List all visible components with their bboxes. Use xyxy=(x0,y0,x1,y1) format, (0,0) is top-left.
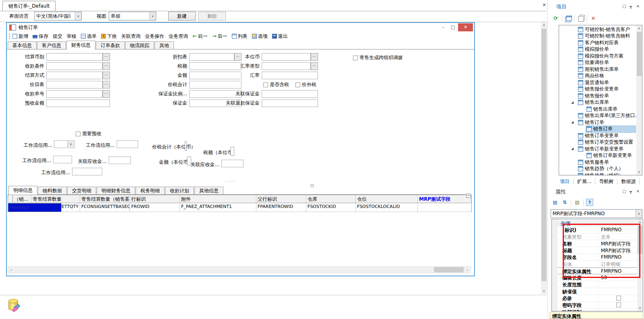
tree-item[interactable]: 销售服务单 xyxy=(578,159,610,165)
tree-item[interactable]: 批量调价单 xyxy=(578,60,610,66)
tree-item[interactable]: 销售趋势（组织） xyxy=(578,172,625,175)
tree-item[interactable]: 商品价格 xyxy=(578,73,605,79)
property-row[interactable]: 字段名FMRPNO xyxy=(557,254,638,261)
grid-cell[interactable]: FMRPNO xyxy=(8,203,62,212)
toolbar-item[interactable]: 退出 xyxy=(272,33,288,40)
grid-cell[interactable]: FSOSTOCKID xyxy=(306,203,356,212)
help-icon[interactable]: ? xyxy=(586,199,593,206)
toolbar-item[interactable]: 下推 xyxy=(101,33,117,40)
tree-item[interactable]: 销售报价变更单 xyxy=(578,86,620,93)
database-edit-icon[interactable] xyxy=(8,298,22,312)
ellipsis-button[interactable]: ⋯ xyxy=(103,53,110,61)
form-tab[interactable]: 订单条款 xyxy=(96,41,125,49)
pin-icon[interactable]: ┳ xyxy=(628,189,634,193)
toolbar-item[interactable]: →后一 xyxy=(212,33,227,40)
property-row[interactable]: 必录 xyxy=(557,295,638,302)
checkbox-icon[interactable] xyxy=(616,296,621,300)
property-value[interactable] xyxy=(599,309,638,311)
property-category[interactable]: 杂项 xyxy=(552,220,638,226)
grid-cell[interactable]: FSOSTOCKLOCALID xyxy=(356,203,418,212)
scroll-up-icon[interactable]: ∧ xyxy=(541,22,547,28)
field-input[interactable] xyxy=(46,53,103,61)
need-prepay-checkbox-row[interactable]: 需要预收 xyxy=(76,130,101,137)
object-selector[interactable]: MRP测试字段-FMRPNO ∨ xyxy=(551,209,642,218)
column-header[interactable]: 父行标识 xyxy=(256,195,306,203)
column-header[interactable]: MRP测试字段 xyxy=(418,195,471,203)
toolbar-item[interactable]: 业务查询 xyxy=(169,33,188,40)
copy-icon[interactable] xyxy=(577,14,584,22)
tree-scrollbar[interactable]: ∧ ∨ xyxy=(636,25,642,175)
scroll-up-icon[interactable]: ∧ xyxy=(637,219,643,225)
workflow-credit-input[interactable] xyxy=(72,168,102,175)
tax-base-input[interactable] xyxy=(230,147,234,156)
document-tab[interactable]: 销售订单-_Default xyxy=(2,1,56,11)
form-tab[interactable]: 基本信息 xyxy=(8,41,37,49)
consign-checkbox-row[interactable]: 寄售生成跨组织调拨 xyxy=(353,54,403,61)
ellipsis-button[interactable]: ⋯ xyxy=(103,72,110,79)
property-value[interactable] xyxy=(599,288,638,294)
form-tab[interactable]: 物流跟踪 xyxy=(125,41,154,49)
properties-scrollbar[interactable]: ∧ ∨ xyxy=(637,219,643,311)
scroll-right-icon[interactable]: › xyxy=(464,267,471,273)
float-icon[interactable]: □ xyxy=(621,189,627,193)
related-receivable-input[interactable] xyxy=(221,160,244,167)
column-header[interactable]: 仓库 xyxy=(306,195,356,203)
tree-item[interactable]: 销售出库单 xyxy=(586,106,619,112)
grid-corner-icon[interactable]: ✕ xyxy=(466,193,471,198)
checkbox-row[interactable]: 是否含税 xyxy=(263,81,289,88)
tree-item[interactable]: 销售出库单(第三方接口... xyxy=(578,113,641,119)
scroll-down-icon[interactable]: ∨ xyxy=(636,169,642,175)
property-row[interactable]: 长度范围 xyxy=(557,281,638,288)
toolbar-item[interactable]: 审核 xyxy=(67,33,76,40)
tree-item[interactable]: 退货通知单 xyxy=(578,79,610,86)
tree-item[interactable]: 销售订单交货预警设置 xyxy=(578,139,634,146)
chevron-down-icon[interactable]: ∨ xyxy=(75,12,81,20)
delete-icon[interactable]: ✕ xyxy=(590,14,597,22)
tree-item[interactable]: 销售报价单 xyxy=(578,93,610,99)
panel-tab[interactable]: 扩展... xyxy=(574,178,595,185)
field-input[interactable] xyxy=(262,72,318,79)
scroll-down-icon[interactable]: ∨ xyxy=(637,305,643,311)
panel-splitter[interactable] xyxy=(547,0,548,319)
detail-tab[interactable]: 税务明细 xyxy=(136,187,165,194)
tree-item[interactable]: 销售订单新变更单 xyxy=(586,152,633,159)
scrollbar-thumb[interactable] xyxy=(637,32,642,76)
chevron-down-icon[interactable]: ∨ xyxy=(636,210,642,218)
column-header[interactable]: （销... xyxy=(13,195,31,203)
scroll-up-icon[interactable]: ∧ xyxy=(636,25,642,31)
window-titlebar[interactable]: 销售订单 xyxy=(7,23,474,32)
panel-tab[interactable]: 项目 xyxy=(556,178,574,185)
tree-item[interactable]: 可销控制-销售员物料 xyxy=(578,33,631,39)
categorized-icon[interactable]: ⊞ xyxy=(551,199,559,206)
language-select[interactable]: 中文(简体/中国) ∨ xyxy=(34,12,82,21)
toolbar-item[interactable]: 列表 xyxy=(232,33,248,40)
toolbar-item[interactable]: 保存 xyxy=(33,33,48,40)
tree-item[interactable]: 销售出库单 xyxy=(578,99,610,106)
workflow-credit-combo[interactable]: ∨ xyxy=(54,140,75,148)
delete-button[interactable]: 删除 xyxy=(198,12,226,21)
ellipsis-button[interactable]: ⋯ xyxy=(311,62,318,70)
close-icon[interactable]: ✕ xyxy=(635,4,641,8)
scroll-left-icon[interactable]: ‹ xyxy=(8,267,14,273)
related-receivable-input[interactable] xyxy=(109,156,131,164)
checkbox-icon[interactable] xyxy=(263,82,268,87)
property-row[interactable]: 功能控制 xyxy=(557,309,638,311)
form-tab[interactable]: 其他 xyxy=(155,41,174,49)
toolbar-item[interactable]: 关联查询 xyxy=(121,33,140,40)
grid-data-row[interactable]: ▶BASEQTYFCONSIGNSETTQTYFCONSIGNSETTBASEQ… xyxy=(8,203,471,212)
grid-cell[interactable]: FCONSIGNSETTBASEQTY xyxy=(80,203,130,212)
ellipsis-button[interactable]: ⋯ xyxy=(103,90,110,98)
total-base-input[interactable] xyxy=(185,141,187,151)
property-value[interactable]: 文本 xyxy=(599,233,638,240)
expand-icon[interactable]: ◢ xyxy=(571,101,574,104)
expand-icon[interactable]: ◢ xyxy=(571,120,574,124)
field-input[interactable] xyxy=(262,99,318,107)
field-input[interactable] xyxy=(262,53,311,61)
property-value[interactable]: FMRPNO xyxy=(599,268,638,274)
detail-tab[interactable]: 明细财务信息 xyxy=(97,187,135,194)
field-input[interactable] xyxy=(262,62,311,70)
property-row[interactable]: 标题MRP测试字段 xyxy=(557,247,638,254)
scrollbar-thumb[interactable] xyxy=(434,267,464,272)
column-header[interactable]: 寄售结算数量（销售基... xyxy=(80,195,130,203)
property-value[interactable] xyxy=(599,302,638,308)
